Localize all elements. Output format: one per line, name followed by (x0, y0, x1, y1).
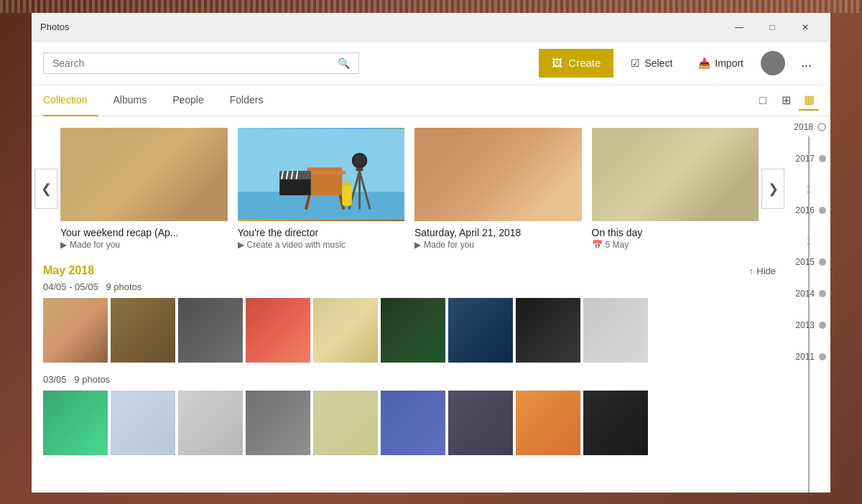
tab-collection-label: Collection (43, 94, 87, 106)
import-button[interactable]: 📥 Import (690, 49, 752, 78)
timeline-year-2014[interactable]: 2014 (787, 289, 830, 299)
carousel-section: ❮ Your weekend recap (Ap... ▶ Made for y… (40, 116, 779, 261)
tab-folders-label: Folders (230, 94, 264, 106)
create-button[interactable]: 🖼 Create (539, 49, 613, 78)
timeline-year-2016[interactable]: 2016 (787, 205, 830, 215)
tab-collection[interactable]: Collection (43, 85, 98, 116)
timeline-dot-2017 (819, 155, 826, 162)
photo-thumb[interactable] (448, 391, 513, 455)
minimize-button[interactable]: — (723, 13, 756, 42)
photo-thumb[interactable] (111, 391, 175, 455)
photo-thumb[interactable] (381, 298, 445, 363)
search-input[interactable] (52, 57, 338, 69)
timeline-year-label-2013: 2013 (795, 320, 815, 330)
carousel-item-saturday[interactable]: Saturday, April 21, 2018 ▶ Made for you (414, 128, 582, 250)
photo-grid-2 (43, 391, 776, 455)
timeline-dot-2014 (819, 290, 826, 297)
avatar[interactable] (761, 51, 785, 75)
carousel-item-weekend-recap[interactable]: Your weekend recap (Ap... ▶ Made for you (60, 128, 228, 250)
more-button[interactable]: ... (794, 49, 819, 78)
timeline-year-2017[interactable]: 2017 (787, 154, 830, 164)
timeline-mini-dot (807, 185, 810, 188)
content-area: ❮ Your weekend recap (Ap... ▶ Made for y… (32, 116, 787, 493)
title-bar: Photos — □ ✕ (32, 13, 830, 42)
carousel-subtitle-saturday: ▶ Made for you (414, 240, 582, 250)
photo-thumb[interactable] (516, 298, 580, 363)
date-range-1: 04/05 - 05/05 9 photos (43, 281, 776, 292)
photo-thumb[interactable] (313, 298, 378, 363)
timeline-year-2018[interactable]: 2018 (787, 122, 830, 132)
close-button[interactable]: ✕ (789, 13, 822, 42)
photo-thumb[interactable] (313, 391, 378, 455)
view-single-button[interactable]: □ (753, 90, 773, 111)
video-icon: ▶ (60, 240, 67, 250)
photo-thumb[interactable] (246, 391, 310, 455)
search-box[interactable]: 🔍 (43, 52, 359, 74)
timeline-year-2011[interactable]: 2011 (787, 352, 830, 362)
svg-rect-17 (342, 185, 352, 206)
photo-thumb[interactable] (43, 391, 108, 455)
photo-thumb[interactable] (178, 391, 243, 455)
maximize-button[interactable]: □ (756, 13, 789, 42)
app-title: Photos (40, 22, 723, 32)
photo-thumb[interactable] (583, 391, 648, 455)
timeline-items: 2018 2017 2016 (787, 122, 830, 383)
photo-thumb[interactable] (111, 298, 175, 363)
svg-point-6 (352, 154, 366, 167)
tab-folders[interactable]: Folders (218, 85, 275, 116)
photo-thumb[interactable] (516, 391, 580, 455)
carousel-title-saturday: Saturday, April 21, 2018 (414, 227, 582, 238)
view-grid-button[interactable]: ⊞ (776, 90, 796, 111)
photo-grid-1 (43, 298, 776, 363)
photo-thumb[interactable] (178, 298, 243, 363)
tab-people[interactable]: People (161, 85, 216, 116)
select-label: Select (644, 57, 672, 69)
photo-thumb[interactable] (448, 298, 513, 363)
timeline-year-2013[interactable]: 2013 (787, 320, 830, 330)
video-icon-2: ▶ (238, 240, 244, 250)
photo-thumb[interactable] (583, 298, 648, 363)
carousel-right-arrow[interactable]: ❯ (761, 169, 784, 209)
photo-thumb[interactable] (43, 298, 108, 363)
carousel-left-arrow[interactable]: ❮ (34, 169, 57, 209)
timeline-year-label-2017: 2017 (795, 154, 815, 164)
timeline-dot-2016 (819, 207, 826, 214)
timeline-mini-dot (807, 191, 810, 194)
timeline-year-label-2016: 2016 (795, 205, 815, 215)
carousel-subtitle-weekend-recap: ▶ Made for you (60, 240, 228, 250)
timeline-year-label-2014: 2014 (795, 289, 815, 299)
background-lace (0, 0, 862, 13)
select-icon: ☑ (631, 57, 640, 69)
select-button[interactable]: ☑ Select (622, 49, 681, 78)
create-label: Create (568, 57, 601, 69)
carousel-item-director[interactable]: You're the director ▶ Create a video wit… (238, 128, 405, 250)
hide-arrow-icon: ↑ (749, 266, 754, 276)
svg-rect-1 (238, 192, 405, 220)
photo-thumb[interactable] (246, 298, 310, 363)
search-icon: 🔍 (338, 57, 350, 69)
nav-tabs: Collection Albums People Folders □ ⊞ ▦ (32, 85, 830, 116)
timeline-mini-dot (807, 237, 810, 240)
import-label: Import (715, 57, 743, 69)
svg-rect-12 (279, 171, 311, 179)
carousel-subtitle-director: ▶ Create a video with music (238, 240, 405, 250)
import-icon: 📥 (698, 57, 710, 69)
timeline-year-2015[interactable]: 2015 (787, 257, 830, 267)
tab-albums[interactable]: Albums (101, 85, 158, 116)
carousel-item-on-this-day[interactable]: On this day 📅 5 May (592, 128, 759, 250)
window-controls: — □ ✕ (723, 13, 822, 42)
svg-rect-18 (344, 181, 350, 187)
date-range-2: 03/05 9 photos (43, 374, 776, 385)
view-dense-button[interactable]: ▦ (799, 90, 819, 111)
view-controls: □ ⊞ ▦ (753, 90, 819, 111)
hide-button[interactable]: ↑ Hide (749, 266, 776, 276)
section-may-2018: May 2018 ↑ Hide 04/05 - 05/05 9 photos (43, 264, 776, 363)
section-month-may2018: May 2018 (43, 264, 94, 277)
toolbar: 🔍 🖼 Create ☑ Select 📥 Import ... (32, 42, 830, 85)
svg-rect-7 (356, 167, 363, 171)
timeline-gap-1 (807, 185, 810, 194)
calendar-icon: 📅 (592, 240, 603, 250)
tab-albums-label: Albums (113, 94, 147, 106)
photo-thumb[interactable] (381, 391, 445, 455)
tab-people-label: People (172, 94, 204, 106)
